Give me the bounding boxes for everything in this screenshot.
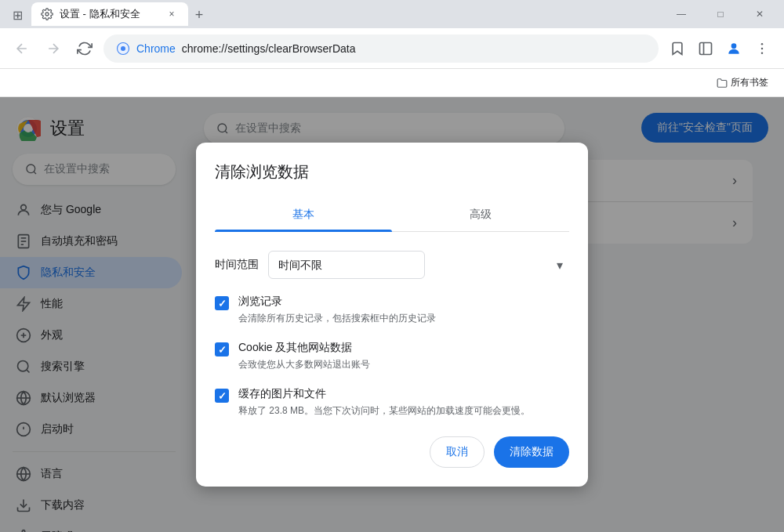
cookies-checkbox-item: Cookie 及其他网站数据 会致使您从大多数网站退出账号	[215, 341, 569, 371]
back-button[interactable]	[9, 36, 34, 61]
svg-point-2	[121, 46, 125, 51]
minimize-button[interactable]: —	[663, 2, 699, 27]
cookies-checkbox-title: Cookie 及其他网站数据	[238, 341, 370, 355]
all-bookmarks-label: 所有书签	[731, 76, 768, 89]
forward-button[interactable]	[41, 36, 66, 61]
history-checkbox-desc: 会清除所有历史记录，包括搜索框中的历史记录	[238, 312, 436, 325]
chrome-security-icon	[116, 42, 130, 56]
cache-checkbox-desc: 释放了 23.8 MB。当您下次访问时，某些网站的加载速度可能会更慢。	[238, 404, 530, 418]
maximize-button[interactable]: □	[702, 2, 739, 27]
dialog-footer: 取消 清除数据	[215, 436, 569, 468]
svg-point-8	[761, 52, 764, 54]
history-checkbox-item: 浏览记录 会清除所有历史记录，包括搜索框中的历史记录	[215, 295, 569, 325]
new-tab-button[interactable]: +	[188, 4, 210, 26]
tab-bar: ⊞ 设置 - 隐私和安全 × +	[6, 2, 660, 26]
cookies-checkbox-content: Cookie 及其他网站数据 会致使您从大多数网站退出账号	[238, 341, 370, 371]
svg-point-5	[731, 43, 737, 49]
time-range-select[interactable]: 最近一小时最近24小时最近7天最近4周时间不限	[268, 251, 425, 279]
history-checkbox-title: 浏览记录	[238, 295, 436, 309]
folder-icon	[717, 78, 728, 89]
chrome-menu-button[interactable]	[750, 36, 775, 61]
cache-checkbox[interactable]	[215, 389, 229, 403]
close-button[interactable]: ✕	[742, 2, 778, 27]
select-arrow-icon: ▾	[557, 258, 563, 273]
tab-basic[interactable]: 基本	[215, 198, 392, 231]
refresh-button[interactable]	[72, 36, 97, 61]
cancel-button[interactable]: 取消	[430, 436, 485, 468]
navigation-bar: Chrome chrome://settings/clearBrowserDat…	[0, 28, 784, 69]
nav-action-icons	[665, 36, 775, 61]
address-bar[interactable]: Chrome chrome://settings/clearBrowserDat…	[103, 34, 659, 63]
main-content: 设置 在设置中搜索 您与 Google	[0, 97, 784, 532]
tab-close-button[interactable]: ×	[165, 7, 179, 21]
all-bookmarks-item[interactable]: 所有书签	[710, 73, 775, 92]
history-checkbox[interactable]	[215, 296, 229, 310]
tab-advanced[interactable]: 高级	[392, 198, 569, 231]
cookies-checkbox-desc: 会致使您从大多数网站退出账号	[238, 358, 370, 371]
cache-checkbox-item: 缓存的图片和文件 释放了 23.8 MB。当您下次访问时，某些网站的加载速度可能…	[215, 387, 569, 418]
svg-point-7	[761, 47, 764, 49]
sidebar-toggle-button[interactable]	[693, 36, 718, 61]
time-range-row: 时间范围 最近一小时最近24小时最近7天最近4周时间不限 ▾	[215, 251, 569, 279]
tab-title: 设置 - 隐私和安全	[60, 7, 158, 21]
title-bar: ⊞ 设置 - 隐私和安全 × + — □ ✕	[0, 0, 784, 28]
cache-checkbox-title: 缓存的图片和文件	[238, 387, 530, 401]
cache-checkbox-content: 缓存的图片和文件 释放了 23.8 MB。当您下次访问时，某些网站的加载速度可能…	[238, 387, 530, 418]
tab-strip-button[interactable]: ⊞	[6, 4, 28, 26]
time-range-select-wrapper: 最近一小时最近24小时最近7天最近4周时间不限 ▾	[268, 251, 569, 279]
time-range-label: 时间范围	[215, 258, 259, 272]
browser-frame: ⊞ 设置 - 隐私和安全 × + — □ ✕	[0, 0, 784, 532]
clear-data-button[interactable]: 清除数据	[494, 436, 569, 468]
profile-button[interactable]	[721, 36, 746, 61]
clear-browser-data-dialog: 清除浏览数据 基本 高级 时间范围 最近一小时最近24小时最近7天最近4周时间不…	[196, 143, 588, 487]
svg-point-0	[45, 13, 49, 16]
chrome-brand-text: Chrome	[136, 42, 176, 55]
dialog-title: 清除浏览数据	[215, 161, 569, 183]
modal-overlay: 清除浏览数据 基本 高级 时间范围 最近一小时最近24小时最近7天最近4周时间不…	[0, 97, 784, 532]
svg-rect-3	[700, 42, 712, 54]
cookies-checkbox[interactable]	[215, 342, 229, 356]
active-tab[interactable]: 设置 - 隐私和安全 ×	[31, 2, 188, 26]
history-checkbox-content: 浏览记录 会清除所有历史记录，包括搜索框中的历史记录	[238, 295, 436, 325]
dialog-tabs: 基本 高级	[215, 198, 569, 232]
bookmark-button[interactable]	[665, 36, 690, 61]
url-text: chrome://settings/clearBrowserData	[182, 42, 356, 55]
settings-favicon	[41, 8, 53, 20]
window-controls: — □ ✕	[663, 2, 778, 27]
svg-point-6	[761, 42, 764, 45]
bookmarks-bar: 所有书签	[0, 69, 784, 97]
